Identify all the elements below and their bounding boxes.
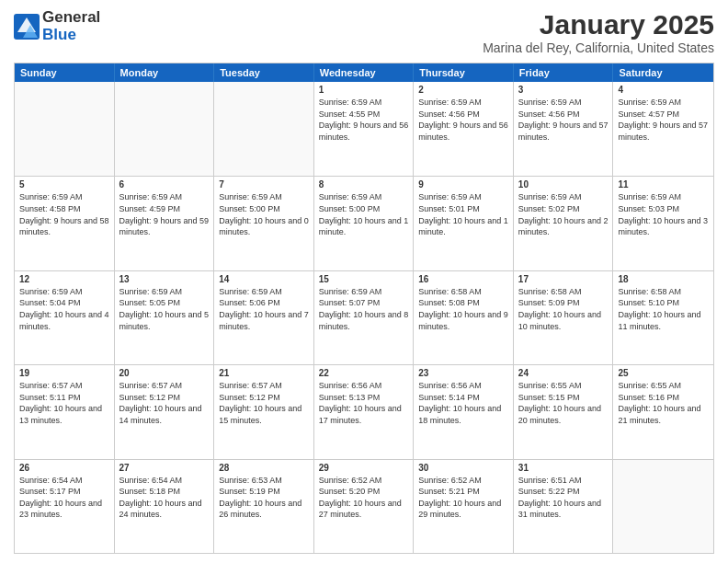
day-cell-25: 25Sunrise: 6:55 AMSunset: 5:16 PMDayligh…	[613, 365, 713, 458]
day-info: Sunrise: 6:59 AMSunset: 4:59 PMDaylight:…	[119, 191, 210, 237]
logo-icon	[14, 14, 40, 40]
day-number: 17	[518, 274, 609, 284]
day-cell-1: 1Sunrise: 6:59 AMSunset: 4:55 PMDaylight…	[314, 82, 415, 176]
day-cell-19: 19Sunrise: 6:57 AMSunset: 5:11 PMDayligh…	[15, 365, 115, 458]
day-info: Sunrise: 6:57 AMSunset: 5:11 PMDaylight:…	[19, 380, 109, 426]
day-number: 22	[319, 368, 409, 378]
day-cell-31: 31Sunrise: 6:51 AMSunset: 5:22 PMDayligh…	[514, 460, 614, 553]
day-cell-5: 5Sunrise: 6:59 AMSunset: 4:58 PMDaylight…	[15, 177, 115, 270]
day-cell-26: 26Sunrise: 6:54 AMSunset: 5:17 PMDayligh…	[15, 460, 115, 553]
day-cell-14: 14Sunrise: 6:59 AMSunset: 5:06 PMDayligh…	[214, 271, 314, 364]
day-info: Sunrise: 6:55 AMSunset: 5:16 PMDaylight:…	[618, 380, 709, 426]
weekday-header-thursday: Thursday	[414, 63, 514, 82]
day-cell-2: 2Sunrise: 6:59 AMSunset: 4:56 PMDaylight…	[414, 82, 514, 176]
day-info: Sunrise: 6:59 AMSunset: 4:55 PMDaylight:…	[319, 97, 409, 143]
day-info: Sunrise: 6:59 AMSunset: 4:58 PMDaylight:…	[19, 191, 109, 237]
day-info: Sunrise: 6:59 AMSunset: 5:07 PMDaylight:…	[319, 286, 409, 332]
day-cell-30: 30Sunrise: 6:52 AMSunset: 5:21 PMDayligh…	[414, 460, 514, 553]
day-info: Sunrise: 6:59 AMSunset: 4:56 PMDaylight:…	[418, 97, 508, 143]
day-cell-17: 17Sunrise: 6:58 AMSunset: 5:09 PMDayligh…	[514, 271, 614, 364]
day-cell-18: 18Sunrise: 6:58 AMSunset: 5:10 PMDayligh…	[613, 271, 713, 364]
day-info: Sunrise: 6:59 AMSunset: 5:05 PMDaylight:…	[119, 286, 210, 332]
weekday-header-saturday: Saturday	[613, 63, 713, 82]
day-number: 5	[19, 179, 109, 190]
day-cell-4: 4Sunrise: 6:59 AMSunset: 4:57 PMDaylight…	[613, 82, 713, 176]
day-cell-9: 9Sunrise: 6:59 AMSunset: 5:01 PMDaylight…	[414, 177, 514, 270]
day-info: Sunrise: 6:58 AMSunset: 5:09 PMDaylight:…	[518, 286, 609, 332]
day-number: 1	[319, 85, 409, 95]
title-block: January 2025 Marina del Rey, California,…	[483, 9, 714, 55]
header: General Blue January 2025 Marina del Rey…	[14, 9, 714, 55]
day-info: Sunrise: 6:59 AMSunset: 5:06 PMDaylight:…	[219, 286, 309, 332]
day-info: Sunrise: 6:54 AMSunset: 5:18 PMDaylight:…	[119, 475, 210, 521]
day-number: 30	[418, 463, 508, 473]
page: General Blue January 2025 Marina del Rey…	[0, 0, 728, 563]
day-number: 16	[418, 274, 508, 284]
logo: General Blue	[14, 9, 100, 43]
day-number: 4	[618, 85, 709, 95]
day-info: Sunrise: 6:58 AMSunset: 5:08 PMDaylight:…	[418, 286, 508, 332]
day-info: Sunrise: 6:52 AMSunset: 5:20 PMDaylight:…	[319, 475, 409, 521]
day-info: Sunrise: 6:59 AMSunset: 5:01 PMDaylight:…	[418, 191, 508, 237]
logo-line1: General	[42, 9, 100, 27]
day-cell-3: 3Sunrise: 6:59 AMSunset: 4:56 PMDaylight…	[514, 82, 614, 176]
day-number: 24	[518, 368, 609, 378]
day-number: 7	[219, 179, 309, 190]
logo-line2: Blue	[42, 27, 100, 44]
day-info: Sunrise: 6:57 AMSunset: 5:12 PMDaylight:…	[119, 380, 210, 426]
weekday-header-sunday: Sunday	[15, 63, 115, 82]
day-number: 3	[518, 85, 609, 95]
day-number: 6	[119, 179, 210, 190]
calendar-title: January 2025	[483, 9, 714, 40]
day-number: 14	[219, 274, 309, 284]
day-cell-13: 13Sunrise: 6:59 AMSunset: 5:05 PMDayligh…	[115, 271, 215, 364]
day-number: 31	[518, 463, 609, 473]
calendar-subtitle: Marina del Rey, California, United State…	[483, 40, 714, 55]
weekday-header-monday: Monday	[115, 63, 215, 82]
day-cell-11: 11Sunrise: 6:59 AMSunset: 5:03 PMDayligh…	[613, 177, 713, 270]
calendar-week-3: 12Sunrise: 6:59 AMSunset: 5:04 PMDayligh…	[15, 270, 713, 364]
day-info: Sunrise: 6:59 AMSunset: 5:00 PMDaylight:…	[319, 191, 409, 237]
empty-cell	[214, 82, 314, 176]
day-number: 8	[319, 179, 409, 190]
day-number: 26	[19, 463, 109, 473]
calendar-header: SundayMondayTuesdayWednesdayThursdayFrid…	[15, 63, 713, 82]
day-cell-23: 23Sunrise: 6:56 AMSunset: 5:14 PMDayligh…	[414, 365, 514, 458]
day-info: Sunrise: 6:59 AMSunset: 5:02 PMDaylight:…	[518, 191, 609, 237]
day-info: Sunrise: 6:59 AMSunset: 5:03 PMDaylight:…	[618, 191, 709, 237]
day-number: 21	[219, 368, 309, 378]
empty-cell	[15, 82, 115, 176]
day-cell-27: 27Sunrise: 6:54 AMSunset: 5:18 PMDayligh…	[115, 460, 215, 553]
calendar-week-5: 26Sunrise: 6:54 AMSunset: 5:17 PMDayligh…	[15, 459, 713, 553]
day-info: Sunrise: 6:59 AMSunset: 5:00 PMDaylight:…	[219, 191, 309, 237]
day-number: 29	[319, 463, 409, 473]
day-cell-8: 8Sunrise: 6:59 AMSunset: 5:00 PMDaylight…	[314, 177, 415, 270]
day-number: 20	[119, 368, 210, 378]
day-cell-20: 20Sunrise: 6:57 AMSunset: 5:12 PMDayligh…	[115, 365, 215, 458]
day-number: 19	[19, 368, 109, 378]
day-cell-28: 28Sunrise: 6:53 AMSunset: 5:19 PMDayligh…	[214, 460, 314, 553]
calendar-body: 1Sunrise: 6:59 AMSunset: 4:55 PMDaylight…	[15, 82, 713, 553]
day-info: Sunrise: 6:59 AMSunset: 5:04 PMDaylight:…	[19, 286, 109, 332]
logo-text: General Blue	[42, 9, 100, 43]
day-info: Sunrise: 6:57 AMSunset: 5:12 PMDaylight:…	[219, 380, 309, 426]
calendar-week-2: 5Sunrise: 6:59 AMSunset: 4:58 PMDaylight…	[15, 176, 713, 270]
day-cell-7: 7Sunrise: 6:59 AMSunset: 5:00 PMDaylight…	[214, 177, 314, 270]
day-cell-15: 15Sunrise: 6:59 AMSunset: 5:07 PMDayligh…	[314, 271, 415, 364]
day-info: Sunrise: 6:53 AMSunset: 5:19 PMDaylight:…	[219, 475, 309, 521]
calendar: SundayMondayTuesdayWednesdayThursdayFrid…	[14, 63, 714, 554]
weekday-header-tuesday: Tuesday	[214, 63, 314, 82]
day-number: 28	[219, 463, 309, 473]
day-number: 27	[119, 463, 210, 473]
day-cell-10: 10Sunrise: 6:59 AMSunset: 5:02 PMDayligh…	[514, 177, 614, 270]
day-number: 18	[618, 274, 709, 284]
day-cell-22: 22Sunrise: 6:56 AMSunset: 5:13 PMDayligh…	[314, 365, 415, 458]
empty-cell	[613, 460, 713, 553]
weekday-header-wednesday: Wednesday	[314, 63, 415, 82]
day-cell-24: 24Sunrise: 6:55 AMSunset: 5:15 PMDayligh…	[514, 365, 614, 458]
empty-cell	[115, 82, 215, 176]
day-number: 9	[418, 179, 508, 190]
day-number: 23	[418, 368, 508, 378]
calendar-week-1: 1Sunrise: 6:59 AMSunset: 4:55 PMDaylight…	[15, 82, 713, 176]
day-info: Sunrise: 6:56 AMSunset: 5:14 PMDaylight:…	[418, 380, 508, 426]
